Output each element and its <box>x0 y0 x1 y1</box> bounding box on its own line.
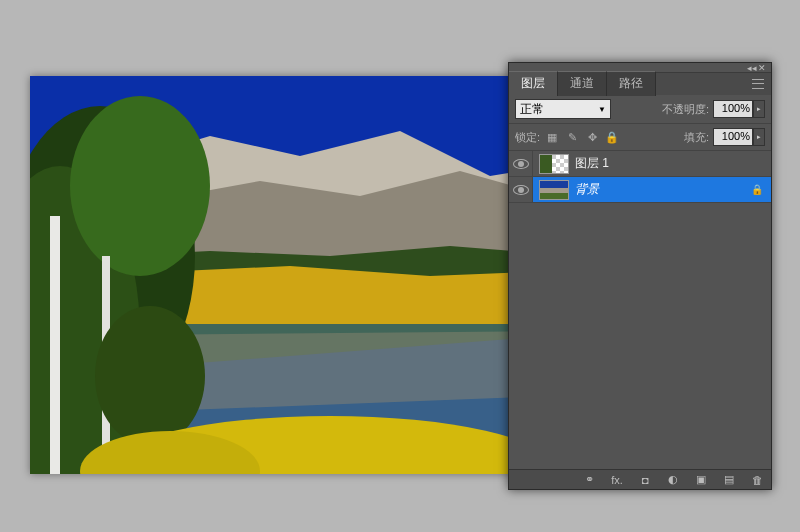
layers-panel: ◂◂ ✕ 图层 通道 路径 正常 ▼ 不透明度: 100% ▸ 锁定: ▦ ✎ … <box>508 62 772 490</box>
opacity-label: 不透明度: <box>662 102 709 117</box>
blend-opacity-row: 正常 ▼ 不透明度: 100% ▸ <box>509 95 771 124</box>
trash-icon[interactable]: 🗑 <box>749 474 765 486</box>
fill-input[interactable]: 100% ▸ <box>713 128 765 146</box>
panel-footer: ⚭ fx. ◘ ◐ ▣ ▤ 🗑 <box>509 469 771 489</box>
lock-fill-row: 锁定: ▦ ✎ ✥ 🔒 填充: 100% ▸ <box>509 124 771 151</box>
mask-icon[interactable]: ◘ <box>637 474 653 486</box>
eye-icon <box>513 159 529 169</box>
layer-item-1[interactable]: 图层 1 <box>509 151 771 177</box>
svg-point-13 <box>95 306 205 446</box>
new-layer-icon[interactable]: ▤ <box>721 473 737 486</box>
opacity-input[interactable]: 100% ▸ <box>713 100 765 118</box>
visibility-toggle[interactable] <box>509 177 533 202</box>
tab-channels[interactable]: 通道 <box>558 71 607 96</box>
layer-item-background[interactable]: 背景 🔒 <box>509 177 771 203</box>
chevron-down-icon: ▼ <box>598 105 606 114</box>
eye-icon <box>513 185 529 195</box>
group-icon[interactable]: ▣ <box>693 473 709 486</box>
layer-name[interactable]: 背景 <box>575 181 749 198</box>
collapse-icon[interactable]: ◂◂ <box>747 63 757 73</box>
layers-list[interactable]: 图层 1 背景 🔒 <box>509 151 771 469</box>
link-layers-icon[interactable]: ⚭ <box>581 473 597 486</box>
lock-indicator-icon: 🔒 <box>749 184 765 195</box>
lock-pixels-icon[interactable]: ✎ <box>564 129 580 145</box>
lock-label: 锁定: <box>515 130 540 145</box>
fill-value: 100% <box>713 128 753 146</box>
lock-icons: ▦ ✎ ✥ 🔒 <box>544 129 620 145</box>
blend-mode-value: 正常 <box>520 101 544 118</box>
panel-tabs: 图层 通道 路径 <box>509 73 771 95</box>
lock-transparent-icon[interactable]: ▦ <box>544 129 560 145</box>
layer-thumbnail[interactable] <box>539 180 569 200</box>
lock-all-icon[interactable]: 🔒 <box>604 129 620 145</box>
document-canvas[interactable] <box>30 76 550 474</box>
svg-point-10 <box>70 96 210 276</box>
opacity-value: 100% <box>713 100 753 118</box>
opacity-flyout-icon[interactable]: ▸ <box>753 100 765 118</box>
visibility-toggle[interactable] <box>509 151 533 176</box>
svg-marker-4 <box>170 266 550 334</box>
fill-flyout-icon[interactable]: ▸ <box>753 128 765 146</box>
tab-paths[interactable]: 路径 <box>607 71 656 96</box>
layer-thumbnail[interactable] <box>539 154 569 174</box>
fx-icon[interactable]: fx. <box>609 474 625 486</box>
landscape-photo <box>30 76 550 474</box>
tab-layers[interactable]: 图层 <box>509 71 558 96</box>
adjustment-icon[interactable]: ◐ <box>665 473 681 486</box>
blend-mode-dropdown[interactable]: 正常 ▼ <box>515 99 611 119</box>
svg-rect-11 <box>50 216 60 474</box>
panel-menu-icon[interactable] <box>749 77 767 91</box>
fill-label: 填充: <box>684 130 709 145</box>
layer-name[interactable]: 图层 1 <box>575 155 771 172</box>
close-icon[interactable]: ✕ <box>757 63 767 73</box>
lock-position-icon[interactable]: ✥ <box>584 129 600 145</box>
